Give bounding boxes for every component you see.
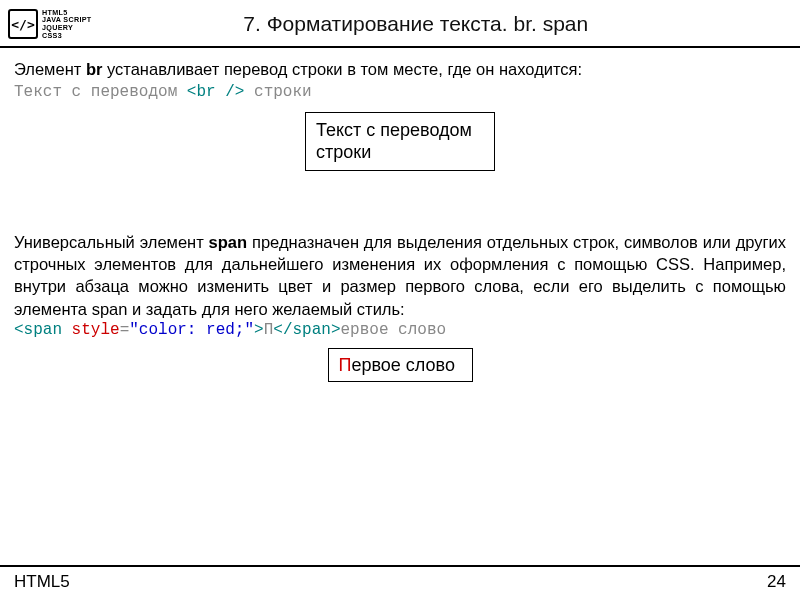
logo: </> HTML5 JAVA SCRIPT JQUERY CSS3 [8, 9, 92, 39]
code-eq: = [120, 321, 130, 339]
demo-first-letter: П [339, 355, 352, 375]
text: Элемент [14, 60, 86, 78]
footer-left: HTML5 [14, 572, 70, 592]
code-tag: </span> [273, 321, 340, 339]
header-bar: </> HTML5 JAVA SCRIPT JQUERY CSS3 7. Фор… [0, 0, 800, 48]
span-code-example: <span style="color: red;">П</span>ервое … [14, 320, 786, 342]
bold-span: span [209, 233, 248, 251]
logo-text: HTML5 JAVA SCRIPT JQUERY CSS3 [42, 9, 92, 39]
br-demo-box: Текст с переводом строки [305, 112, 495, 171]
code-text: строки [244, 83, 311, 101]
demo-rest: ервое слово [351, 355, 455, 375]
text: устанавливает перевод строки в том месте… [102, 60, 582, 78]
main-content: Элемент br устанавливает перевод строки … [0, 48, 800, 382]
code-icon: </> [8, 9, 38, 39]
demo-line: строки [316, 142, 371, 162]
bold-br: br [86, 60, 103, 78]
code-text: П [264, 321, 274, 339]
code-tag: <br /> [187, 83, 245, 101]
logo-line: CSS3 [42, 32, 92, 40]
br-intro: Элемент br устанавливает перевод строки … [14, 58, 786, 80]
br-code-example: Текст с переводом <br /> строки [14, 82, 786, 104]
code-attr: style [62, 321, 120, 339]
text: Универсальный элемент [14, 233, 209, 251]
code-value: "color: red;" [129, 321, 254, 339]
code-text: ервое слово [341, 321, 447, 339]
footer-bar: HTML5 24 [0, 565, 800, 592]
code-bracket: > [254, 321, 264, 339]
page-title: 7. Форматирование текста. br. span [92, 12, 791, 36]
code-text: Текст с переводом [14, 83, 187, 101]
code-tag: span [24, 321, 62, 339]
demo-line: Текст с переводом [316, 120, 472, 140]
code-bracket: < [14, 321, 24, 339]
span-demo-box: Первое слово [328, 348, 473, 382]
page-number: 24 [767, 572, 786, 592]
span-intro: Универсальный элемент span предназначен … [14, 231, 786, 320]
